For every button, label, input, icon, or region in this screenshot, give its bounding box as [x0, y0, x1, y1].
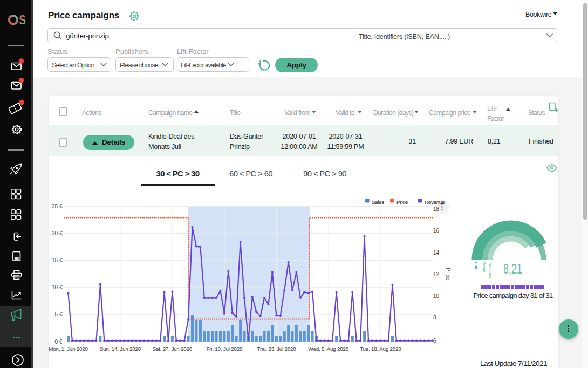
svg-text:Sat, 27. Jun 2020: Sat, 27. Jun 2020: [153, 346, 193, 352]
svg-text:12: 12: [433, 271, 440, 277]
svg-text:Sales: Sales: [372, 199, 384, 205]
svg-text:15 €: 15 €: [52, 257, 63, 263]
svg-text:Publisher: Publisher: [488, 262, 493, 279]
svg-text:18: 18: [433, 206, 440, 212]
svg-text:Tue, 18. Aug 2020: Tue, 18. Aug 2020: [360, 346, 401, 352]
svg-text:Mon, 1. Jun 2020: Mon, 1. Jun 2020: [49, 346, 88, 352]
svg-text:Title: Title: [474, 262, 478, 269]
svg-text:10: 10: [433, 293, 440, 299]
svg-text:8: 8: [433, 315, 436, 321]
svg-text:0 €: 0 €: [55, 339, 63, 345]
svg-text:10 €: 10 €: [52, 284, 63, 290]
svg-text:Wed, 5. Aug 2020: Wed, 5. Aug 2020: [309, 346, 349, 352]
svg-text:16: 16: [433, 228, 440, 234]
svg-text:20 €: 20 €: [52, 230, 63, 236]
svg-text:Sun, 14. Jun 2020: Sun, 14. Jun 2020: [100, 346, 141, 352]
svg-text:14: 14: [433, 250, 440, 256]
svg-text:Price: Price: [445, 268, 451, 281]
svg-text:Revenue: Revenue: [425, 199, 445, 205]
svg-text:6: 6: [433, 338, 436, 344]
svg-text:Genre: Genre: [482, 262, 487, 272]
svg-text:Thu, 23. Jul 2020: Thu, 23. Jul 2020: [257, 346, 296, 352]
svg-text:Fri, 10. Jul 2020: Fri, 10. Jul 2020: [206, 346, 243, 352]
svg-text:S: S: [19, 13, 26, 26]
svg-text:25 €: 25 €: [52, 203, 63, 209]
svg-text:5 €: 5 €: [55, 311, 63, 317]
svg-text:Price: Price: [396, 199, 408, 205]
